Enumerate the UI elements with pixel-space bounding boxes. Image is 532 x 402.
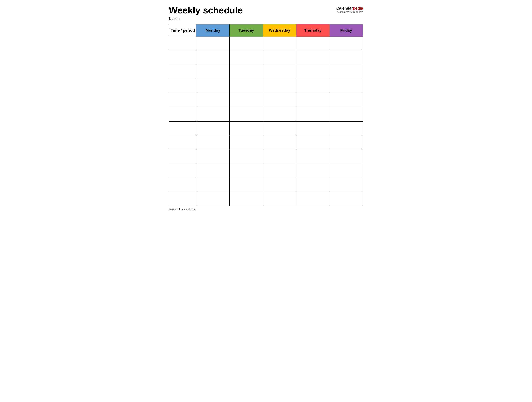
table-row xyxy=(169,164,363,178)
table-row xyxy=(169,192,363,206)
schedule-cell[interactable] xyxy=(263,136,296,150)
name-label: Name: xyxy=(169,17,363,21)
schedule-cell[interactable] xyxy=(230,93,263,107)
schedule-cell[interactable] xyxy=(196,121,230,136)
table-row xyxy=(169,51,363,65)
logo-part1: Calendar xyxy=(336,6,353,10)
schedule-cell[interactable] xyxy=(230,178,263,192)
col-header-thursday: Thursday xyxy=(296,24,329,37)
schedule-cell[interactable] xyxy=(196,150,230,164)
schedule-cell[interactable] xyxy=(329,79,363,93)
schedule-body xyxy=(169,37,363,206)
schedule-cell[interactable] xyxy=(230,164,263,178)
schedule-cell[interactable] xyxy=(196,178,230,192)
logo-text: Calendarpedia xyxy=(336,6,363,11)
col-header-time: Time / period xyxy=(169,24,196,37)
time-cell xyxy=(169,37,196,51)
logo-part2: pedia xyxy=(353,6,363,10)
schedule-cell[interactable] xyxy=(263,65,296,79)
time-cell xyxy=(169,121,196,136)
schedule-cell[interactable] xyxy=(230,107,263,121)
table-header-row: Time / period Monday Tuesday Wednesday T… xyxy=(169,24,363,37)
schedule-cell[interactable] xyxy=(196,65,230,79)
time-cell xyxy=(169,93,196,107)
schedule-cell[interactable] xyxy=(329,178,363,192)
header-row: Weekly schedule Calendarpedia Your sourc… xyxy=(169,5,363,15)
schedule-cell[interactable] xyxy=(296,192,329,206)
schedule-cell[interactable] xyxy=(296,107,329,121)
time-cell xyxy=(169,136,196,150)
schedule-cell[interactable] xyxy=(296,164,329,178)
schedule-cell[interactable] xyxy=(329,121,363,136)
schedule-cell[interactable] xyxy=(263,79,296,93)
time-cell xyxy=(169,164,196,178)
schedule-cell[interactable] xyxy=(296,65,329,79)
schedule-cell[interactable] xyxy=(230,51,263,65)
schedule-cell[interactable] xyxy=(196,79,230,93)
schedule-cell[interactable] xyxy=(196,93,230,107)
schedule-cell[interactable] xyxy=(263,93,296,107)
schedule-cell[interactable] xyxy=(329,150,363,164)
col-header-monday: Monday xyxy=(196,24,230,37)
schedule-cell[interactable] xyxy=(263,51,296,65)
schedule-cell[interactable] xyxy=(296,136,329,150)
footer-url: © www.calendarpedia.com xyxy=(169,208,196,210)
schedule-cell[interactable] xyxy=(329,51,363,65)
page-container: Weekly schedule Calendarpedia Your sourc… xyxy=(169,5,363,210)
schedule-cell[interactable] xyxy=(296,79,329,93)
schedule-cell[interactable] xyxy=(296,51,329,65)
schedule-cell[interactable] xyxy=(263,178,296,192)
col-header-friday: Friday xyxy=(329,24,363,37)
time-cell xyxy=(169,150,196,164)
schedule-cell[interactable] xyxy=(329,107,363,121)
footer: © www.calendarpedia.com xyxy=(169,208,363,210)
schedule-cell[interactable] xyxy=(329,37,363,51)
schedule-cell[interactable] xyxy=(196,107,230,121)
schedule-cell[interactable] xyxy=(329,192,363,206)
schedule-cell[interactable] xyxy=(329,164,363,178)
schedule-cell[interactable] xyxy=(329,65,363,79)
schedule-cell[interactable] xyxy=(196,37,230,51)
schedule-cell[interactable] xyxy=(296,93,329,107)
schedule-cell[interactable] xyxy=(196,192,230,206)
schedule-cell[interactable] xyxy=(296,37,329,51)
schedule-cell[interactable] xyxy=(263,121,296,136)
schedule-table: Time / period Monday Tuesday Wednesday T… xyxy=(169,24,363,206)
schedule-cell[interactable] xyxy=(230,65,263,79)
table-row xyxy=(169,79,363,93)
schedule-cell[interactable] xyxy=(263,37,296,51)
table-row xyxy=(169,37,363,51)
schedule-cell[interactable] xyxy=(296,178,329,192)
schedule-cell[interactable] xyxy=(196,51,230,65)
table-row xyxy=(169,93,363,107)
schedule-cell[interactable] xyxy=(329,136,363,150)
schedule-cell[interactable] xyxy=(296,150,329,164)
table-row xyxy=(169,136,363,150)
schedule-cell[interactable] xyxy=(196,164,230,178)
time-cell xyxy=(169,51,196,65)
time-cell xyxy=(169,107,196,121)
col-header-wednesday: Wednesday xyxy=(263,24,296,37)
schedule-cell[interactable] xyxy=(230,192,263,206)
schedule-cell[interactable] xyxy=(230,121,263,136)
schedule-cell[interactable] xyxy=(230,150,263,164)
schedule-cell[interactable] xyxy=(263,192,296,206)
schedule-cell[interactable] xyxy=(263,107,296,121)
time-cell xyxy=(169,192,196,206)
table-row xyxy=(169,150,363,164)
schedule-cell[interactable] xyxy=(263,150,296,164)
table-row xyxy=(169,65,363,79)
schedule-cell[interactable] xyxy=(296,121,329,136)
schedule-cell[interactable] xyxy=(230,37,263,51)
page-title: Weekly schedule xyxy=(169,5,243,15)
schedule-cell[interactable] xyxy=(263,164,296,178)
schedule-cell[interactable] xyxy=(329,93,363,107)
schedule-cell[interactable] xyxy=(230,136,263,150)
col-header-tuesday: Tuesday xyxy=(230,24,263,37)
logo-tagline: Your source for calendars xyxy=(336,11,363,13)
table-row xyxy=(169,107,363,121)
schedule-cell[interactable] xyxy=(196,136,230,150)
schedule-cell[interactable] xyxy=(230,79,263,93)
time-cell xyxy=(169,65,196,79)
table-row xyxy=(169,178,363,192)
